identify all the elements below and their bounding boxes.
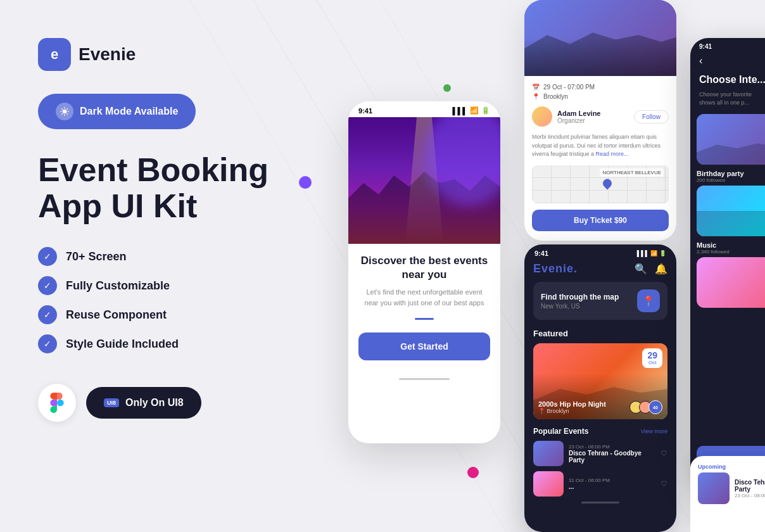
featured-event-name: 2000s Hip Hop Night: [538, 400, 606, 408]
location-icon: 📍: [538, 408, 545, 414]
dark-status-bar: 9:41 ▌▌▌ 📶 🔋: [524, 244, 676, 260]
organizer-info: Adam Levine Organizer: [557, 110, 600, 124]
ui8-button[interactable]: UI8 Only On UI8: [86, 387, 201, 419]
featured-event-card[interactable]: 29 Oct 2000s Hip Hop Night 📍 Brooklyn 40: [533, 343, 667, 419]
search-icon[interactable]: 🔍: [635, 263, 647, 275]
map-button[interactable]: 📍: [637, 289, 660, 312]
dark-time: 9:41: [534, 250, 548, 257]
location-icon: 📍: [532, 93, 540, 100]
event-header-image: [524, 0, 676, 76]
event-location-row: 📍 Brooklyn: [532, 93, 669, 100]
dark-app-name: Evenie.: [533, 262, 578, 276]
featured-date-month: Oct: [647, 360, 657, 365]
find-map-title: Find through the map: [541, 293, 619, 301]
page-indicator: [415, 318, 434, 320]
svg-line-10: [66, 113, 67, 114]
popular-event-date-2: 31 Oct - 06:00 PM: [569, 478, 655, 483]
map-preview: NORTHEAST BELLEVUE: [532, 165, 669, 203]
logo-row: e Evenie: [38, 38, 317, 71]
popular-event-image-2: [533, 471, 564, 497]
fr-time: 9:41: [699, 43, 712, 50]
svg-point-4: [63, 110, 67, 114]
dark-app-phone: 9:41 ▌▌▌ 📶 🔋 Evenie. 🔍 🔔 Find through th…: [524, 244, 676, 532]
attendee-group: 40: [629, 400, 662, 414]
attendee-count: 40: [648, 400, 662, 414]
feature-text-3: Reuse Component: [66, 308, 167, 322]
read-more-link[interactable]: Read more...: [596, 151, 629, 157]
popular-event-image-1: [533, 441, 564, 466]
home-bar: [399, 378, 450, 380]
svg-line-12: [61, 113, 62, 114]
interest-item-music[interactable]: [697, 186, 765, 236]
ui8-badge: UI8: [104, 398, 119, 407]
figma-button[interactable]: [38, 384, 76, 422]
svg-line-9: [61, 108, 62, 109]
birthday-label: Birthday party: [697, 170, 765, 177]
popular-item-2[interactable]: 31 Oct - 06:00 PM ... ♡: [533, 471, 667, 497]
phone-heading: Discover the best events near you: [358, 254, 490, 282]
feature-text-1: 70+ Screen: [66, 250, 127, 263]
left-section: e Evenie Dark Mode Available Event Booki…: [38, 38, 317, 422]
interest-item-arts[interactable]: [697, 257, 765, 308]
event-description: Morbi tincidunt pulvinar fames aliquam e…: [532, 133, 669, 159]
svg-line-11: [66, 108, 67, 109]
feature-text-4: Style Guide Included: [66, 338, 179, 351]
popular-event-name-2: ...: [569, 483, 655, 490]
upcoming-event-info: Disco Tehran - Go... Party 23 Oct - 08:0…: [735, 479, 765, 498]
view-more-link[interactable]: View more: [641, 428, 667, 434]
interests-phone: 9:41 ▌▌ 📶 🔋 ‹ Choose Inte... Choose your…: [690, 38, 765, 481]
interest-item-concert[interactable]: [697, 114, 765, 165]
birthday-label-area: Birthday party 200 followed: [690, 170, 765, 186]
heart-icon-2[interactable]: ♡: [661, 479, 667, 488]
app-name: Evenie: [79, 44, 136, 65]
upcoming-event-image: [698, 472, 730, 504]
feature-text-2: Fully Customizable: [66, 279, 170, 293]
check-icon-1: ✓: [38, 247, 57, 266]
popular-event-date-1: 23 Oct - 06:00 PM: [569, 444, 655, 450]
event-date: 29 Oct - 07:00 PM: [543, 84, 595, 91]
ui8-label: Only On UI8: [125, 397, 184, 408]
popular-section: Popular Events View more 23 Oct - 06:00 …: [524, 427, 676, 497]
heart-icon-1[interactable]: ♡: [661, 449, 667, 458]
find-map-text-area: Find through the map New York, US: [541, 293, 619, 310]
interests-title: Choose Inte...: [690, 72, 765, 88]
get-started-button[interactable]: Get Started: [358, 332, 490, 360]
interest-image-arts: [697, 257, 765, 308]
upcoming-label: Upcoming: [698, 464, 765, 470]
popular-item-1[interactable]: 23 Oct - 06:00 PM Disco Tehran - Goodbye…: [533, 441, 667, 466]
dark-mode-label: Dark Mode Available: [80, 106, 178, 117]
popular-header: Popular Events View more: [533, 427, 667, 436]
featured-event-info: 2000s Hip Hop Night 📍 Brooklyn 40: [538, 400, 662, 414]
event-location: Brooklyn: [543, 93, 568, 100]
bottom-row: UI8 Only On UI8: [38, 384, 317, 422]
check-icon-2: ✓: [38, 276, 57, 295]
find-map-subtitle: New York, US: [541, 303, 619, 310]
hero-area: Skip: [348, 117, 500, 244]
organizer-role: Organizer: [557, 117, 600, 124]
popular-event-info-1: 23 Oct - 06:00 PM Disco Tehran - Goodbye…: [569, 444, 655, 464]
decorative-dot-pink: [467, 467, 479, 478]
feature-item-1: ✓ 70+ Screen: [38, 247, 317, 266]
featured-date-num: 29: [647, 351, 657, 360]
check-icon-3: ✓: [38, 305, 57, 324]
hero-image: [348, 117, 500, 244]
dark-status-icons: ▌▌▌ 📶 🔋: [637, 250, 666, 256]
fr-status-bar: 9:41 ▌▌ 📶 🔋: [690, 38, 765, 53]
time: 9:41: [358, 107, 372, 115]
music-label: Music: [697, 241, 765, 249]
birthday-followers: 200 followed: [697, 177, 765, 183]
bell-icon[interactable]: 🔔: [655, 263, 667, 275]
popular-section-title: Popular Events: [533, 427, 588, 436]
logo-icon: e: [38, 38, 71, 71]
follow-button[interactable]: Follow: [634, 110, 669, 124]
buy-ticket-button[interactable]: Buy Ticket $90: [532, 210, 669, 231]
check-icon-4: ✓: [38, 334, 57, 353]
featured-location: 📍 Brooklyn: [538, 408, 606, 414]
back-button[interactable]: ‹: [690, 53, 765, 72]
dark-header-icons: 🔍 🔔: [635, 263, 667, 275]
organizer-name: Adam Levine: [557, 110, 600, 117]
decorative-dot-green: [443, 84, 451, 92]
upcoming-event-name: Disco Tehran - Go... Party: [735, 479, 765, 493]
find-map-card[interactable]: Find through the map New York, US 📍: [533, 282, 667, 320]
dark-mode-button[interactable]: Dark Mode Available: [38, 94, 196, 129]
